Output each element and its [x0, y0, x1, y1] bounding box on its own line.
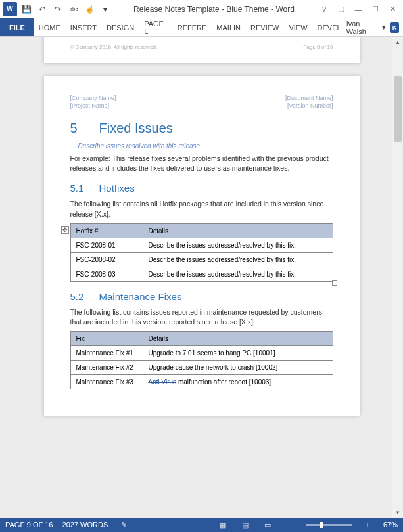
- user-name: Ivan Walsh: [346, 20, 378, 35]
- hotfix-intro[interactable]: The following list contains all Hotfix p…: [70, 199, 333, 219]
- status-page[interactable]: PAGE 9 OF 16: [5, 521, 53, 529]
- quick-access-toolbar: 💾 ↶ ↷ abc ☝ ▾: [20, 3, 112, 16]
- tracked-change-link[interactable]: Anti Virus: [149, 378, 177, 386]
- hotfix-table[interactable]: Hotfix # Details FSC-2008-01 Describe th…: [70, 223, 333, 282]
- table-row[interactable]: Maintenance Fix #1 Upgrade to 7.01 seems…: [70, 346, 333, 361]
- header-document-name: [Document Name]: [285, 95, 333, 101]
- web-layout-icon[interactable]: ▭: [261, 520, 274, 530]
- tab-review[interactable]: REVIEW: [246, 18, 284, 36]
- tab-references[interactable]: REFERE: [173, 18, 212, 36]
- user-dropdown-icon: ▾: [382, 23, 386, 32]
- close-button[interactable]: ✕: [385, 3, 400, 16]
- zoom-level[interactable]: 67%: [383, 521, 398, 529]
- status-word-count[interactable]: 2027 WORDS: [62, 521, 108, 529]
- header-project-name: [Project Name]: [70, 102, 110, 109]
- vertical-scrollbar[interactable]: ▲ ▼: [392, 37, 403, 518]
- col-details[interactable]: Details: [143, 332, 333, 346]
- col-details[interactable]: Details: [143, 223, 333, 238]
- table-row[interactable]: FSC-2008-01 Describe the issues addresse…: [70, 238, 333, 252]
- zoom-slider[interactable]: [306, 524, 352, 526]
- user-account[interactable]: Ivan Walsh ▾ K: [346, 18, 403, 36]
- title-bar: W 💾 ↶ ↷ abc ☝ ▾ Release Notes Template -…: [0, 0, 403, 18]
- heading-hotfixes[interactable]: 5.1Hotfixes: [70, 183, 333, 194]
- heading-number: 5.1: [70, 183, 99, 194]
- heading-number: 5.2: [70, 291, 99, 302]
- tab-page-layout[interactable]: PAGE L: [139, 18, 173, 36]
- table-move-handle-icon[interactable]: ✥: [61, 226, 69, 234]
- zoom-in-button[interactable]: +: [361, 520, 374, 530]
- touch-mode-button[interactable]: ☝: [83, 3, 96, 16]
- minimize-button[interactable]: —: [350, 3, 366, 16]
- print-layout-icon[interactable]: ▤: [239, 520, 252, 530]
- table-header-row: Fix Details: [70, 332, 333, 346]
- header-company-name: [Company Name]: [70, 95, 116, 101]
- save-button[interactable]: 💾: [20, 3, 33, 16]
- help-button[interactable]: ?: [316, 3, 332, 16]
- document-canvas[interactable]: © Company 2016. All rights reserved. Pag…: [0, 37, 403, 518]
- table-header-row: Hotfix # Details: [70, 223, 333, 238]
- table-row[interactable]: Maintenance Fix #3 Anti Virus malfunctio…: [70, 375, 333, 389]
- maximize-button[interactable]: ☐: [367, 3, 383, 16]
- qat-customize-icon[interactable]: ▾: [99, 3, 112, 16]
- col-fix[interactable]: Fix: [70, 332, 143, 346]
- proofing-icon[interactable]: ✎: [117, 520, 130, 530]
- heading-maintenance-fixes[interactable]: 5.2Maintenance Fixes: [70, 291, 333, 302]
- ribbon-display-button[interactable]: ▢: [333, 3, 349, 16]
- col-hotfix-number[interactable]: Hotfix #: [70, 223, 143, 238]
- previous-page-footer: © Company 2016. All rights reserved. Pag…: [44, 37, 360, 63]
- scrollbar-thumb[interactable]: [394, 76, 402, 142]
- spellcheck-button[interactable]: abc: [67, 3, 80, 16]
- intro-paragraph[interactable]: For example: This release fixes several …: [70, 154, 333, 173]
- zoom-slider-knob[interactable]: [320, 522, 323, 528]
- user-avatar-icon: K: [390, 22, 399, 33]
- word-app-icon: W: [3, 2, 17, 16]
- table-resize-handle-icon[interactable]: [332, 280, 337, 286]
- ribbon-tabs: FILE HOME INSERT DESIGN PAGE L REFERE MA…: [0, 18, 403, 37]
- undo-button[interactable]: ↶: [36, 3, 49, 16]
- header-version-number: [Version Number]: [287, 102, 333, 109]
- tab-mailings[interactable]: MAILIN: [212, 18, 246, 36]
- scroll-up-icon[interactable]: ▲: [392, 37, 403, 47]
- tab-design[interactable]: DESIGN: [102, 18, 139, 36]
- instruction-text[interactable]: Describe issues resolved with this relea…: [78, 143, 333, 150]
- tab-insert[interactable]: INSERT: [66, 18, 102, 36]
- maintenance-table[interactable]: Fix Details Maintenance Fix #1 Upgrade t…: [70, 331, 333, 389]
- current-page[interactable]: [Company Name] [Document Name] [Project …: [44, 76, 360, 416]
- read-mode-icon[interactable]: ▦: [216, 520, 229, 530]
- footer-copyright: © Company 2016. All rights reserved.: [70, 44, 158, 50]
- file-tab[interactable]: FILE: [0, 18, 34, 36]
- status-bar: PAGE 9 OF 16 2027 WORDS ✎ ▦ ▤ ▭ − + 67%: [0, 518, 403, 532]
- tab-view[interactable]: VIEW: [284, 18, 312, 36]
- table-row[interactable]: FSC-2008-02 Describe the issues addresse…: [70, 252, 333, 267]
- table-row[interactable]: Maintenance Fix #2 Upgrade cause the net…: [70, 361, 333, 375]
- maintenance-intro[interactable]: The following list contains issues repor…: [70, 307, 333, 327]
- zoom-out-button[interactable]: −: [283, 520, 296, 530]
- tab-home[interactable]: HOME: [34, 18, 66, 36]
- window-title: Release Notes Template - Blue Theme - Wo…: [112, 5, 316, 14]
- heading-fixed-issues[interactable]: 5Fixed Issues: [70, 121, 333, 136]
- tab-developer[interactable]: DEVEL: [313, 18, 346, 36]
- scroll-down-icon[interactable]: ▼: [392, 507, 403, 518]
- heading-number: 5: [70, 121, 99, 136]
- table-row[interactable]: FSC-2008-03 Describe the issues addresse…: [70, 267, 333, 281]
- footer-page-number: Page 8 of 16: [303, 44, 333, 50]
- hotfix-table-wrapper: ✥ Hotfix # Details FSC-2008-01 Describe …: [70, 223, 333, 282]
- redo-button[interactable]: ↷: [51, 3, 64, 16]
